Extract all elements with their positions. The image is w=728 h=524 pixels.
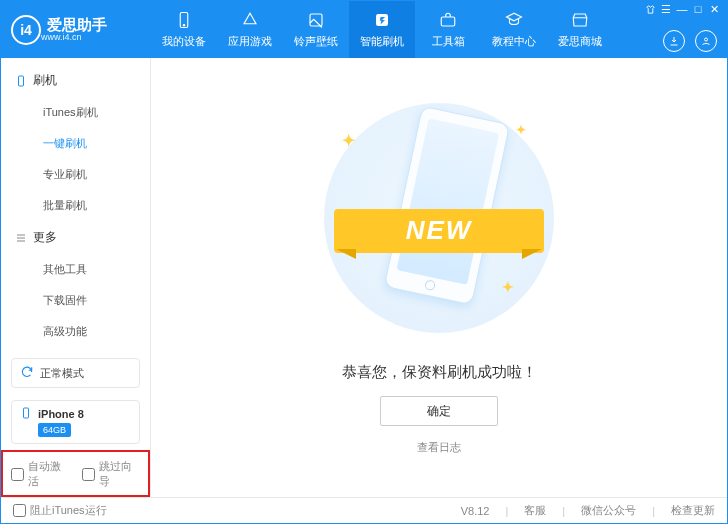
version-label: V8.12	[461, 505, 490, 517]
svg-point-5	[705, 38, 708, 41]
nav-tutorial[interactable]: 教程中心	[481, 1, 547, 58]
mode-label: 正常模式	[40, 366, 84, 381]
nav-apps[interactable]: 应用游戏	[217, 1, 283, 58]
sidebar-item-other[interactable]: 其他工具	[1, 254, 150, 285]
new-ribbon-icon: NEW	[324, 203, 554, 259]
apps-icon	[240, 10, 260, 30]
success-message: 恭喜您，保资料刷机成功啦！	[342, 363, 537, 382]
sidebar-group-more: 更多	[1, 221, 150, 254]
maximize-button[interactable]: □	[691, 2, 705, 16]
phone-small-icon	[15, 75, 27, 87]
sidebar-item-itunes[interactable]: iTunes刷机	[1, 97, 150, 128]
header-actions	[663, 30, 717, 52]
mall-icon	[570, 10, 590, 30]
sidebar-item-adv[interactable]: 高级功能	[1, 316, 150, 347]
phone-icon	[174, 10, 194, 30]
device-box[interactable]: iPhone 8 64GB	[11, 400, 140, 444]
svg-rect-4	[441, 17, 455, 26]
success-illustration: ✦✦✦ NEW	[324, 103, 554, 333]
user-icon[interactable]	[695, 30, 717, 52]
auto-activate-checkbox[interactable]: 自动激活	[11, 459, 70, 489]
sidebar-bottom-options: 自动激活 跳过向导	[1, 450, 150, 497]
svg-rect-7	[24, 408, 29, 418]
minimize-button[interactable]: —	[675, 2, 689, 16]
app-header: i4 爱思助手 www.i4.cn 我的设备 应用游戏 铃声壁纸 智能刷机 工具…	[1, 1, 727, 58]
menu-icon[interactable]: ☰	[659, 2, 673, 16]
top-nav: 我的设备 应用游戏 铃声壁纸 智能刷机 工具箱 教程中心 爱思商城	[151, 1, 613, 58]
nav-flash[interactable]: 智能刷机	[349, 1, 415, 58]
nav-toolbox[interactable]: 工具箱	[415, 1, 481, 58]
block-itunes-checkbox[interactable]: 阻止iTunes运行	[13, 503, 107, 518]
group-title-text: 更多	[33, 229, 57, 246]
sidebar-item-pro[interactable]: 专业刷机	[1, 159, 150, 190]
refresh-icon	[20, 365, 34, 381]
svg-point-1	[183, 25, 185, 27]
shirt-icon[interactable]	[643, 2, 657, 16]
status-bar: 阻止iTunes运行 V8.12| 客服| 微信公众号| 检查更新	[1, 497, 727, 523]
nav-label: 铃声壁纸	[294, 34, 338, 49]
toolbox-icon	[438, 10, 458, 30]
nav-devices[interactable]: 我的设备	[151, 1, 217, 58]
nav-label: 工具箱	[432, 34, 465, 49]
app-site: www.i4.cn	[41, 32, 107, 42]
app-name: 爱思助手	[47, 17, 107, 32]
sidebar-item-oneclick[interactable]: 一键刷机	[1, 128, 150, 159]
device-icon	[20, 407, 32, 421]
sidebar-item-batch[interactable]: 批量刷机	[1, 190, 150, 221]
mode-box[interactable]: 正常模式	[11, 358, 140, 388]
flash-icon	[372, 10, 392, 30]
main-panel: ✦✦✦ NEW 恭喜您，保资料刷机成功啦！ 确定 查看日志	[151, 58, 727, 497]
logo-icon: i4	[11, 15, 41, 45]
update-link[interactable]: 检查更新	[671, 503, 715, 518]
device-name: iPhone 8	[38, 408, 84, 420]
nav-label: 教程中心	[492, 34, 536, 49]
app-body: 刷机 iTunes刷机 一键刷机 专业刷机 批量刷机 更多 其他工具 下载固件 …	[1, 58, 727, 497]
sidebar-group-flash: 刷机	[1, 64, 150, 97]
sidebar: 刷机 iTunes刷机 一键刷机 专业刷机 批量刷机 更多 其他工具 下载固件 …	[1, 58, 151, 497]
nav-label: 应用游戏	[228, 34, 272, 49]
window-controls: ☰ — □ ✕	[637, 1, 727, 17]
storage-badge: 64GB	[38, 423, 71, 437]
app-logo: i4 爱思助手 www.i4.cn	[1, 1, 151, 58]
tutorial-icon	[504, 10, 524, 30]
svg-rect-6	[19, 76, 24, 86]
skip-wizard-checkbox[interactable]: 跳过向导	[82, 459, 141, 489]
nav-label: 爱思商城	[558, 34, 602, 49]
view-log-link[interactable]: 查看日志	[417, 440, 461, 455]
ok-button[interactable]: 确定	[380, 396, 498, 426]
list-icon	[15, 232, 27, 244]
wallpaper-icon	[306, 10, 326, 30]
group-title-text: 刷机	[33, 72, 57, 89]
close-button[interactable]: ✕	[707, 2, 721, 16]
download-icon[interactable]	[663, 30, 685, 52]
nav-mall[interactable]: 爱思商城	[547, 1, 613, 58]
svg-rect-2	[310, 14, 322, 26]
support-link[interactable]: 客服	[524, 503, 546, 518]
sidebar-item-firmware[interactable]: 下载固件	[1, 285, 150, 316]
nav-themes[interactable]: 铃声壁纸	[283, 1, 349, 58]
nav-label: 智能刷机	[360, 34, 404, 49]
nav-label: 我的设备	[162, 34, 206, 49]
wechat-link[interactable]: 微信公众号	[581, 503, 636, 518]
